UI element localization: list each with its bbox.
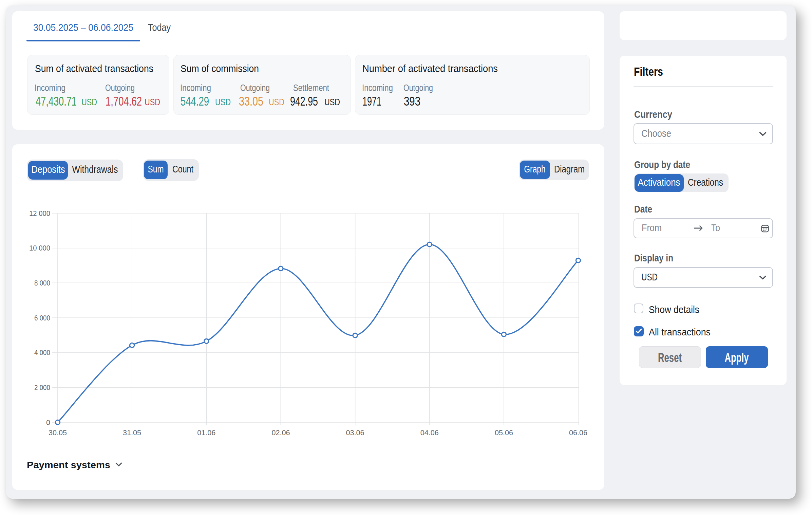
svg-text:2 000: 2 000: [34, 383, 50, 392]
svg-text:03.06: 03.06: [346, 428, 364, 437]
svg-text:01.06: 01.06: [197, 428, 215, 437]
svg-text:4 000: 4 000: [34, 348, 50, 357]
svg-text:12 000: 12 000: [29, 209, 50, 218]
svg-text:8 000: 8 000: [34, 279, 50, 287]
svg-text:6 000: 6 000: [34, 314, 50, 322]
svg-text:04.06: 04.06: [420, 428, 439, 437]
svg-text:05.06: 05.06: [495, 428, 513, 437]
svg-text:0: 0: [46, 418, 50, 427]
svg-text:10 000: 10 000: [29, 244, 50, 252]
svg-text:06.06: 06.06: [569, 428, 587, 437]
svg-text:02.06: 02.06: [271, 428, 290, 437]
svg-text:31.05: 31.05: [123, 428, 141, 437]
svg-text:30.05: 30.05: [49, 428, 67, 437]
